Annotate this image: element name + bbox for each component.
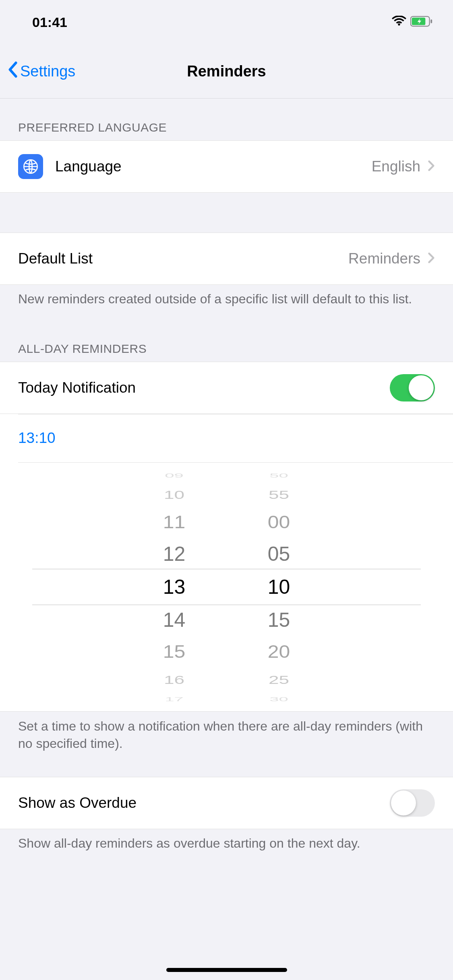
overdue-footer: Show all-day reminders as overdue starti… — [0, 829, 453, 864]
section-header-allday: ALL-DAY REMINDERS — [0, 320, 453, 362]
picker-option: 09 — [138, 470, 211, 482]
picker-option: 12 — [138, 537, 211, 570]
picker-option: 11 — [138, 507, 211, 537]
hour-picker-column[interactable]: 09 10 11 12 13 14 15 16 17 — [138, 462, 211, 711]
default-list-value: Reminders — [348, 250, 420, 267]
picker-option: 05 — [243, 537, 315, 570]
language-value: English — [372, 158, 420, 175]
show-as-overdue-label: Show as Overdue — [18, 795, 390, 811]
picker-selected-hour: 13 — [138, 570, 211, 603]
picker-option: 25 — [243, 669, 315, 691]
language-row[interactable]: Language English — [0, 140, 453, 193]
globe-icon — [18, 154, 43, 179]
picker-selected-minute: 10 — [243, 570, 315, 603]
minute-picker-column[interactable]: 50 55 00 05 10 15 20 25 30 — [243, 462, 315, 711]
picker-option: 55 — [243, 484, 315, 506]
picker-option: 15 — [138, 637, 211, 667]
svg-rect-2 — [430, 19, 432, 23]
chevron-right-icon — [428, 160, 435, 173]
status-bar: 01:41 — [0, 0, 453, 44]
allday-footer: Set a time to show a notification when t… — [0, 712, 453, 764]
chevron-left-icon — [7, 61, 18, 82]
default-list-label: Default List — [18, 250, 348, 267]
home-indicator[interactable] — [166, 968, 287, 972]
wifi-icon — [392, 14, 406, 30]
picker-option: 50 — [243, 470, 315, 482]
back-button[interactable]: Settings — [0, 61, 75, 82]
picker-option: 14 — [138, 603, 211, 636]
picker-option: 10 — [138, 484, 211, 506]
picker-option: 00 — [243, 507, 315, 537]
picker-option: 30 — [243, 694, 315, 705]
nav-bar: Settings Reminders — [0, 44, 453, 99]
today-notification-switch[interactable] — [390, 374, 435, 401]
battery-charging-icon — [410, 14, 433, 30]
default-list-footer: New reminders created outside of a speci… — [0, 284, 453, 320]
back-label: Settings — [20, 63, 75, 80]
picker-option: 17 — [138, 694, 211, 705]
chevron-right-icon — [428, 252, 435, 266]
time-display-row[interactable]: 13:10 — [0, 414, 453, 462]
picker-option: 20 — [243, 637, 315, 667]
show-as-overdue-row: Show as Overdue — [0, 777, 453, 829]
picker-option: 15 — [243, 603, 315, 636]
today-notification-label: Today Notification — [18, 379, 390, 396]
time-picker[interactable]: 09 10 11 12 13 14 15 16 17 50 55 00 05 1… — [0, 462, 453, 712]
picker-option: 16 — [138, 669, 211, 691]
show-as-overdue-switch[interactable] — [390, 789, 435, 817]
language-label: Language — [55, 158, 372, 175]
default-list-row[interactable]: Default List Reminders — [0, 233, 453, 285]
time-display: 13:10 — [18, 430, 56, 447]
today-notification-row: Today Notification — [0, 362, 453, 414]
status-time: 01:41 — [32, 14, 67, 30]
section-header-language: PREFERRED LANGUAGE — [0, 99, 453, 140]
